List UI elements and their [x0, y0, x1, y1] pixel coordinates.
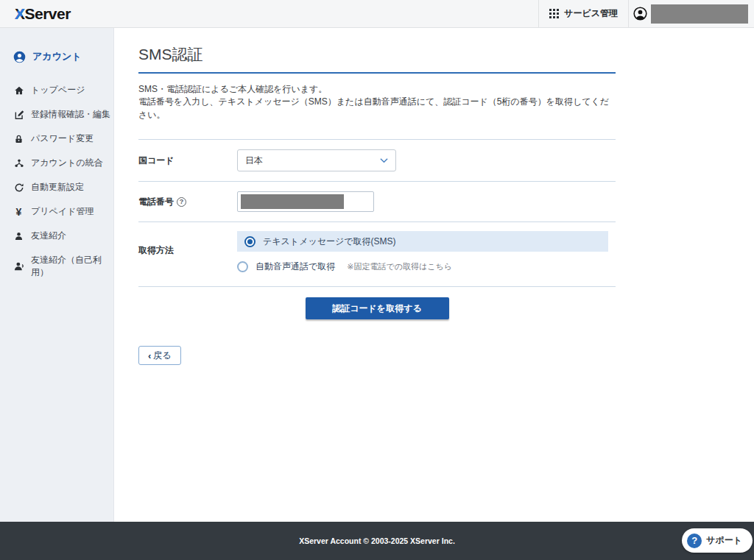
description-line-2: 電話番号を入力し、テキストメッセージ（SMS）または自動音声通話にて、認証コード…	[138, 96, 616, 121]
chevron-left-icon: ‹	[148, 351, 151, 361]
radio-sms-label: テキストメッセージで取得(SMS)	[263, 235, 396, 248]
xserver-account-page: X X Server サービス管理	[0, 0, 754, 560]
grid-icon	[549, 9, 559, 18]
phone-number-row: 電話番号 ?	[138, 182, 616, 222]
account-merge-icon	[13, 158, 24, 169]
sidebar-item-label: アカウントの統合	[31, 157, 103, 169]
logo-x-icon: X X	[15, 6, 25, 21]
sidebar-item-label: 自動更新設定	[31, 181, 84, 194]
sidebar-section-account[interactable]: アカウント	[0, 46, 113, 68]
sidebar-item-password-change[interactable]: パスワード変更	[0, 127, 113, 151]
sidebar-item-auto-renewal[interactable]: 自動更新設定	[0, 175, 113, 199]
phone-value-redacted	[241, 194, 344, 209]
sidebar-item-account-merge[interactable]: アカウントの統合	[0, 151, 113, 175]
top-header: X X Server サービス管理	[0, 0, 754, 28]
method-options: テキストメッセージで取得(SMS) 自動音声通話で取得 ※固定電話での取得はこち…	[237, 231, 608, 273]
method-label: 取得方法	[138, 244, 237, 257]
radio-voice-label: 自動音声通話で取得	[256, 260, 335, 273]
sidebar-item-label: トップページ	[31, 84, 85, 96]
footer: XServer Account © 2003-2025 XServer Inc.…	[0, 522, 754, 560]
country-code-row: 国コード 日本	[138, 140, 616, 182]
method-row: 取得方法 テキストメッセージで取得(SMS) 自動音声通話で取得 ※固定電話での…	[138, 222, 616, 287]
sidebar-item-label: プリペイド管理	[31, 205, 94, 218]
person-icon	[13, 231, 24, 241]
page-title: SMS認証	[138, 44, 616, 74]
submit-area: 認証コードを取得する	[138, 297, 616, 319]
xserver-logo[interactable]: X X Server	[15, 6, 71, 21]
help-icon[interactable]: ?	[177, 197, 186, 207]
main-content: SMS認証 SMS・電話認証によるご本人確認を行います。 電話番号を入力し、テキ…	[114, 28, 754, 522]
back-button-label: 戻る	[153, 350, 171, 362]
radio-voice-note: ※固定電話での取得はこちら	[347, 261, 452, 272]
sidebar-item-top-page[interactable]: トップページ	[0, 78, 113, 102]
topbar-right: サービス管理	[538, 0, 754, 27]
sidebar-item-label: 登録情報確認・編集	[31, 108, 110, 121]
country-code-label: 国コード	[138, 155, 237, 167]
support-button[interactable]: ? サポート	[682, 528, 753, 553]
lock-icon	[13, 134, 24, 144]
refresh-icon	[13, 182, 24, 193]
sidebar-item-label: 友達紹介	[31, 230, 66, 242]
back-button[interactable]: ‹ 戻る	[138, 346, 181, 365]
sidebar-item-friend-referral[interactable]: 友達紹介	[0, 224, 113, 248]
person-self-icon	[13, 261, 24, 272]
page-description: SMS・電話認証によるご本人確認を行います。 電話番号を入力し、テキストメッセー…	[138, 83, 616, 121]
sidebar: アカウント トップページ 登録情報確認・編集	[0, 28, 114, 522]
get-auth-code-button[interactable]: 認証コードを取得する	[306, 297, 449, 319]
phone-number-input[interactable]	[237, 191, 374, 212]
country-code-select[interactable]: 日本	[237, 149, 396, 171]
user-name-redacted	[651, 4, 748, 24]
phone-number-label: 電話番号 ?	[138, 196, 237, 208]
edit-icon	[13, 110, 24, 120]
sms-auth-form: 国コード 日本 電話番号 ?	[138, 139, 616, 287]
home-icon	[13, 85, 24, 96]
description-line-1: SMS・電話認証によるご本人確認を行います。	[138, 83, 616, 96]
service-management-label: サービス管理	[564, 7, 618, 20]
sidebar-item-prepaid[interactable]: ¥ プリペイド管理	[0, 199, 113, 224]
sidebar-item-friend-referral-self[interactable]: 友達紹介（自己利用）	[0, 248, 113, 285]
service-management-button[interactable]: サービス管理	[538, 0, 629, 27]
sidebar-item-registration-info[interactable]: 登録情報確認・編集	[0, 102, 113, 127]
chevron-down-icon	[380, 157, 388, 163]
radio-unselected-icon	[237, 261, 248, 272]
user-circle-icon	[633, 7, 647, 21]
sidebar-item-label: 友達紹介（自己利用）	[31, 254, 113, 279]
support-label: サポート	[706, 534, 742, 547]
question-icon: ?	[687, 534, 702, 548]
sidebar-item-label: パスワード変更	[31, 132, 94, 145]
yen-icon: ¥	[13, 207, 24, 217]
copyright-text: XServer Account © 2003-2025 XServer Inc.	[299, 536, 455, 545]
logo-text: Server	[25, 6, 71, 21]
page-body: アカウント トップページ 登録情報確認・編集	[0, 28, 754, 522]
user-account-button[interactable]	[629, 0, 754, 27]
country-code-value: 日本	[245, 155, 263, 167]
sidebar-section-label: アカウント	[32, 50, 82, 63]
radio-selected-icon	[244, 236, 256, 247]
account-circle-icon	[13, 51, 26, 63]
radio-option-sms[interactable]: テキストメッセージで取得(SMS)	[237, 231, 608, 252]
radio-option-voice[interactable]: 自動音声通話で取得 ※固定電話での取得はこちら	[237, 260, 608, 273]
